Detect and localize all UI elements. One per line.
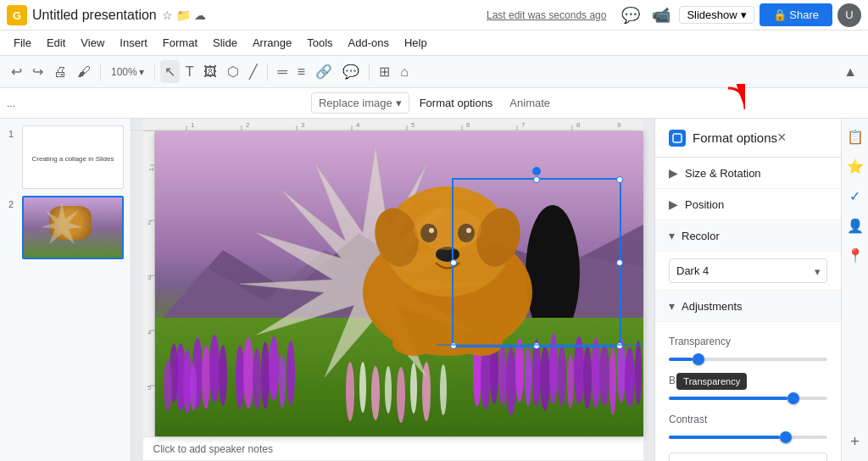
menu-help[interactable]: Help: [398, 34, 434, 52]
line-style-btn[interactable]: ═: [273, 61, 291, 83]
brightness-slider[interactable]: [669, 390, 827, 407]
star-icon[interactable]: ☆: [162, 8, 173, 22]
svg-marker-3: [41, 202, 83, 244]
format-options-label: Format options: [420, 97, 493, 109]
menu-arrange[interactable]: Arrange: [246, 34, 298, 52]
svg-text:2: 2: [147, 219, 152, 226]
replace-image-button[interactable]: Replace image ▾: [311, 92, 409, 114]
menu-insert[interactable]: Insert: [113, 34, 154, 52]
transform-btn[interactable]: ⊞: [375, 60, 394, 83]
svg-text:3: 3: [147, 274, 152, 281]
format-options-button[interactable]: Format options: [413, 93, 500, 113]
zoom-dropdown[interactable]: 100% ▾: [106, 63, 149, 81]
recolor-content: Dark 4 No recolor Light 1 Dark 1 Dark 2 …: [655, 252, 841, 291]
handle-rotate[interactable]: [532, 167, 541, 175]
menu-edit[interactable]: Edit: [40, 34, 72, 52]
app-logo: G: [7, 5, 27, 25]
slide-2-container[interactable]: 2: [7, 196, 124, 259]
sidebar-icon-4[interactable]: 👤: [843, 214, 867, 237]
crop-btn[interactable]: ⌂: [396, 61, 413, 83]
recolor-dropdown[interactable]: Dark 4 No recolor Light 1 Dark 1 Dark 2 …: [669, 258, 827, 283]
cloud-icon[interactable]: ☁: [194, 8, 206, 22]
svg-point-71: [635, 341, 642, 405]
transparency-slider[interactable]: Transparency: [669, 351, 827, 368]
image-tool[interactable]: 🖼: [199, 61, 221, 83]
menu-bar: File Edit View Insert Format Slide Arran…: [0, 31, 868, 56]
svg-text:2: 2: [246, 121, 250, 129]
svg-point-63: [567, 354, 574, 408]
svg-text:8: 8: [576, 121, 581, 129]
svg-point-65: [583, 345, 592, 409]
menu-file[interactable]: File: [7, 34, 38, 52]
handle-mid-right[interactable]: [616, 259, 623, 266]
animate-button[interactable]: Animate: [503, 93, 557, 113]
menu-slide[interactable]: Slide: [206, 34, 244, 52]
handle-top[interactable]: [533, 176, 540, 183]
shape-tool[interactable]: ⬡: [223, 60, 243, 83]
sidebar-icon-3[interactable]: ✓: [846, 185, 864, 208]
handle-top-right[interactable]: [616, 176, 623, 183]
comments-button[interactable]: 💬: [618, 4, 643, 26]
share-button[interactable]: 🔒 Share: [760, 3, 832, 26]
svg-point-66: [592, 337, 600, 408]
canvas-area[interactable]: 1 2 3 4 5 6 7 8 9: [131, 119, 654, 461]
slideshow-label: Slideshow: [687, 8, 737, 21]
notes-placeholder[interactable]: Click to add speaker notes: [153, 443, 273, 455]
menu-format[interactable]: Format: [156, 34, 204, 52]
size-rotation-section[interactable]: Size & Rotation: [655, 158, 841, 189]
sidebar-add-btn[interactable]: +: [847, 430, 863, 454]
sidebar-icon-1[interactable]: 📋: [843, 125, 867, 148]
undo-button[interactable]: ↩: [7, 60, 26, 83]
slide-1-text: Creating a collage in Slides: [32, 155, 114, 163]
print-button[interactable]: 🖨: [49, 61, 71, 83]
svg-text:4: 4: [356, 121, 360, 129]
sidebar-icon-2[interactable]: ⭐: [843, 155, 867, 178]
slideshow-button[interactable]: Slideshow ▾: [679, 6, 754, 24]
slideshow-dropdown-icon[interactable]: ▾: [741, 8, 747, 21]
svg-point-41: [209, 335, 220, 403]
folder-icon[interactable]: 📁: [176, 8, 191, 22]
reset-button[interactable]: Reset: [669, 453, 827, 461]
slide-1-container[interactable]: 1 Creating a collage in Slides: [7, 125, 124, 189]
paint-format-button[interactable]: 🖌: [73, 61, 95, 83]
comment-btn[interactable]: 💬: [338, 60, 364, 83]
position-chevron: [669, 197, 678, 211]
slide-2-thumbnail[interactable]: [22, 196, 124, 259]
svg-text:3: 3: [301, 121, 305, 129]
slide-canvas[interactable]: [155, 131, 643, 436]
separator-3: [267, 64, 268, 81]
handle-mid-left[interactable]: [450, 259, 457, 266]
notes-bar[interactable]: Click to add speaker notes: [143, 436, 643, 460]
line-tool[interactable]: ╱: [245, 60, 262, 83]
position-section[interactable]: Position: [655, 189, 841, 220]
transparency-label: Transparency: [669, 336, 827, 347]
contextual-toolbar: ... Replace image ▾ Format options Anima…: [0, 88, 868, 119]
text-tool[interactable]: T: [181, 61, 198, 83]
svg-point-43: [164, 360, 172, 411]
recolor-select-wrapper: Dark 4 No recolor Light 1 Dark 1 Dark 2 …: [669, 258, 827, 283]
sidebar-icon-5[interactable]: 📍: [843, 244, 867, 267]
slide-1-thumbnail[interactable]: Creating a collage in Slides: [22, 125, 124, 189]
contrast-slider[interactable]: [669, 429, 827, 446]
adjustments-section[interactable]: Adjustments: [655, 291, 841, 322]
menu-tools[interactable]: Tools: [300, 34, 339, 52]
svg-text:5: 5: [147, 384, 152, 392]
svg-text:1: 1: [147, 167, 154, 171]
format-panel-header: Format options ×: [655, 119, 841, 158]
user-avatar[interactable]: U: [837, 3, 861, 27]
redo-button[interactable]: ↪: [28, 60, 47, 83]
recolor-section[interactable]: Recolor: [655, 220, 841, 252]
position-label: Position: [685, 198, 724, 211]
app-title[interactable]: Untitled presentation: [32, 8, 157, 23]
menu-view[interactable]: View: [74, 34, 111, 52]
format-panel-close-button[interactable]: ×: [777, 129, 787, 147]
meet-button[interactable]: 📹: [648, 4, 674, 26]
svg-point-67: [599, 345, 609, 406]
ruler-horizontal: 1 2 3 4 5 6 7 8 9: [143, 119, 643, 131]
line-weight-btn[interactable]: ≡: [293, 61, 309, 83]
link-btn[interactable]: 🔗: [311, 60, 337, 83]
menu-addons[interactable]: Add-ons: [342, 34, 396, 52]
size-rotation-chevron: [669, 166, 678, 180]
cursor-tool[interactable]: ↖: [160, 60, 180, 83]
collapse-toolbar-btn[interactable]: ▲: [839, 61, 861, 83]
